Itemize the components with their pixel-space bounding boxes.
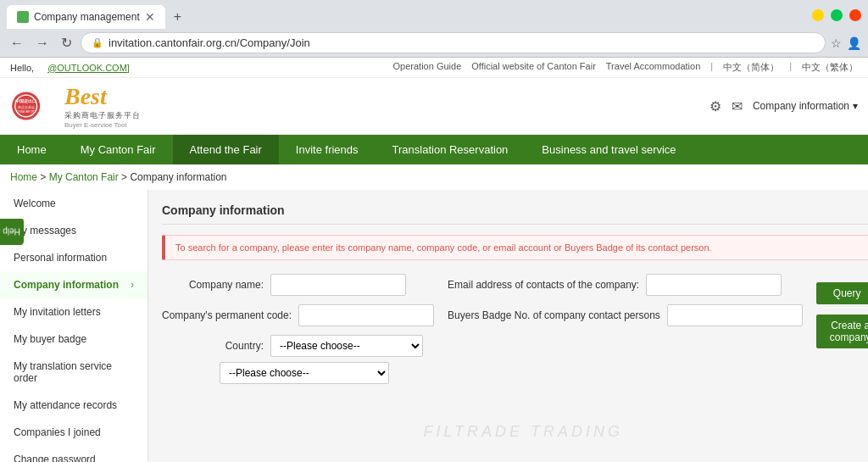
official-website-link[interactable]: Official website of Canton Fair bbox=[471, 61, 596, 74]
create-company-button[interactable]: Create a company bbox=[816, 314, 868, 348]
alert-banner: To search for a company, please enter it… bbox=[162, 235, 868, 260]
address-bar: ← → ↻ 🔒 invitation.cantonfair.org.cn/Com… bbox=[0, 29, 868, 57]
svg-text:CHINA IMPORT: CHINA IMPORT bbox=[16, 110, 36, 114]
minimize-button[interactable]: − bbox=[812, 9, 824, 21]
breadcrumb-current: Company information bbox=[130, 171, 226, 183]
feedback-label: Help & Feedback bbox=[0, 226, 20, 236]
watermark: FILTRADE TRADING bbox=[162, 389, 868, 458]
address-actions: ☆ 👤 bbox=[831, 36, 861, 50]
mail-icon[interactable]: ✉ bbox=[732, 98, 743, 114]
country-select[interactable]: --Please choose-- bbox=[270, 335, 423, 357]
nav-home[interactable]: Home bbox=[0, 135, 64, 164]
close-button[interactable]: ✕ bbox=[849, 9, 861, 21]
province-select[interactable]: --Please choose-- bbox=[220, 362, 389, 384]
nav-invite-friends[interactable]: Invite friends bbox=[279, 135, 376, 164]
sidebar-item-translation[interactable]: My translation service order bbox=[0, 353, 147, 392]
permanent-code-input[interactable] bbox=[298, 304, 434, 326]
sidebar-item-personal[interactable]: Personal information bbox=[0, 244, 147, 271]
url-bar[interactable]: 🔒 invitation.cantonfair.org.cn/Company/J… bbox=[81, 32, 826, 53]
content-area: Company information To search for a comp… bbox=[148, 190, 868, 462]
top-bar: Hello, @OUTLOOK.COM] Operation Guide Off… bbox=[0, 58, 868, 78]
content-title: Company information bbox=[162, 203, 868, 225]
breadcrumb-my-canton-fair[interactable]: My Canton Fair bbox=[49, 171, 119, 183]
settings-icon[interactable]: ⚙ bbox=[709, 98, 721, 114]
form-right: Email address of contacts of the company… bbox=[448, 274, 803, 326]
action-buttons: Query Create a company bbox=[816, 274, 868, 348]
buyers-badge-label: Buyers Badge No. of company contact pers… bbox=[448, 309, 660, 321]
maximize-button[interactable]: □ bbox=[831, 9, 843, 21]
svg-text:中国进出口: 中国进出口 bbox=[15, 98, 36, 103]
query-button[interactable]: Query bbox=[816, 282, 868, 304]
permanent-code-label: Company's permanent code: bbox=[162, 309, 292, 321]
form-area: Company name: Company's permanent code: … bbox=[162, 274, 868, 389]
main-layout: Welcome My messages Personal information… bbox=[0, 190, 868, 462]
sidebar-item-company[interactable]: Company information › bbox=[0, 271, 147, 298]
url-text: invitation.cantonfair.org.cn/Company/Joi… bbox=[108, 36, 815, 49]
lang-traditional-link[interactable]: 中文（繁体） bbox=[802, 61, 858, 74]
company-name-input[interactable] bbox=[270, 274, 406, 296]
user-email: @OUTLOOK.COM] bbox=[47, 63, 130, 73]
tab-favicon bbox=[17, 11, 29, 23]
company-info-arrow: ▾ bbox=[853, 100, 858, 112]
forward-button[interactable]: → bbox=[32, 34, 53, 53]
header-right: ⚙ ✉ Company information ▾ bbox=[709, 98, 858, 114]
sidebar-item-welcome[interactable]: Welcome bbox=[0, 190, 147, 217]
lang-simplified-link[interactable]: 中文（简体） bbox=[723, 61, 779, 74]
profile-icon[interactable]: 👤 bbox=[847, 36, 861, 50]
header: 中国进出口 商品交易会 CHINA IMPORT Best 采购商电子服务平台 … bbox=[0, 78, 868, 135]
email-input[interactable] bbox=[646, 274, 782, 296]
hello-text: Hello, bbox=[10, 63, 34, 73]
lock-icon: 🔒 bbox=[92, 37, 103, 48]
best-logo: Best 采购商电子服务平台 Buyer E-service Tool bbox=[61, 83, 141, 129]
breadcrumb-home[interactable]: Home bbox=[10, 171, 37, 183]
nav-attend-fair[interactable]: Attend the Fair bbox=[173, 135, 279, 164]
sidebar-item-attendance[interactable]: My attendance records bbox=[0, 392, 147, 419]
main-nav: Home My Canton Fair Attend the Fair Invi… bbox=[0, 135, 868, 164]
company-info-label: Company information bbox=[753, 100, 849, 112]
canton-fair-logo: 中国进出口 商品交易会 CHINA IMPORT bbox=[10, 87, 54, 125]
company-info-button[interactable]: Company information ▾ bbox=[753, 100, 858, 112]
nav-business-travel[interactable]: Business and travel service bbox=[525, 135, 693, 164]
country-row: Country: --Please choose-- bbox=[162, 335, 434, 357]
email-row: Email address of contacts of the company… bbox=[448, 274, 803, 296]
sidebar-item-change-password[interactable]: Change password bbox=[0, 446, 147, 462]
browser-tab[interactable]: Company management ✕ bbox=[7, 5, 165, 29]
sidebar-item-invitation-letters[interactable]: My invitation letters bbox=[0, 298, 147, 326]
page: Hello, @OUTLOOK.COM] Operation Guide Off… bbox=[0, 58, 868, 462]
bookmark-icon[interactable]: ☆ bbox=[831, 36, 842, 50]
alert-text: To search for a company, please enter it… bbox=[175, 242, 712, 253]
email-label: Email address of contacts of the company… bbox=[448, 279, 639, 291]
svg-text:商品交易会: 商品交易会 bbox=[18, 105, 35, 109]
feedback-tab[interactable]: Help & Feedback bbox=[0, 218, 24, 244]
country-label: Country: bbox=[162, 340, 264, 352]
travel-link[interactable]: Travel Accommodation bbox=[606, 61, 700, 74]
breadcrumb: Home > My Canton Fair > Company informat… bbox=[0, 164, 868, 190]
permanent-code-row: Company's permanent code: bbox=[162, 304, 434, 326]
chevron-right-icon: › bbox=[131, 279, 134, 291]
top-bar-links: Operation Guide Official website of Cant… bbox=[393, 61, 858, 74]
logo-area: 中国进出口 商品交易会 CHINA IMPORT Best 采购商电子服务平台 … bbox=[10, 83, 141, 129]
tab-title: Company management bbox=[34, 11, 140, 23]
province-row: --Please choose-- bbox=[162, 362, 434, 384]
refresh-button[interactable]: ↻ bbox=[58, 33, 75, 53]
nav-my-canton-fair[interactable]: My Canton Fair bbox=[64, 135, 173, 164]
form-left: Company name: Company's permanent code: … bbox=[162, 274, 434, 389]
window-controls: − □ ✕ bbox=[812, 9, 861, 25]
sidebar-item-companies-joined[interactable]: Companies I joined bbox=[0, 419, 147, 446]
buyers-badge-row: Buyers Badge No. of company contact pers… bbox=[448, 304, 803, 326]
operation-guide-link[interactable]: Operation Guide bbox=[393, 61, 462, 74]
nav-translation[interactable]: Translation Reservation bbox=[376, 135, 526, 164]
back-button[interactable]: ← bbox=[7, 34, 27, 53]
tab-close-button[interactable]: ✕ bbox=[145, 10, 155, 24]
company-name-row: Company name: bbox=[162, 274, 434, 296]
sidebar-item-buyer-badge[interactable]: My buyer badge bbox=[0, 326, 147, 353]
buyers-badge-input[interactable] bbox=[667, 304, 803, 326]
new-tab-button[interactable]: + bbox=[169, 8, 186, 26]
watermark-text: FILTRADE TRADING bbox=[423, 423, 623, 440]
company-name-label: Company name: bbox=[162, 279, 264, 291]
